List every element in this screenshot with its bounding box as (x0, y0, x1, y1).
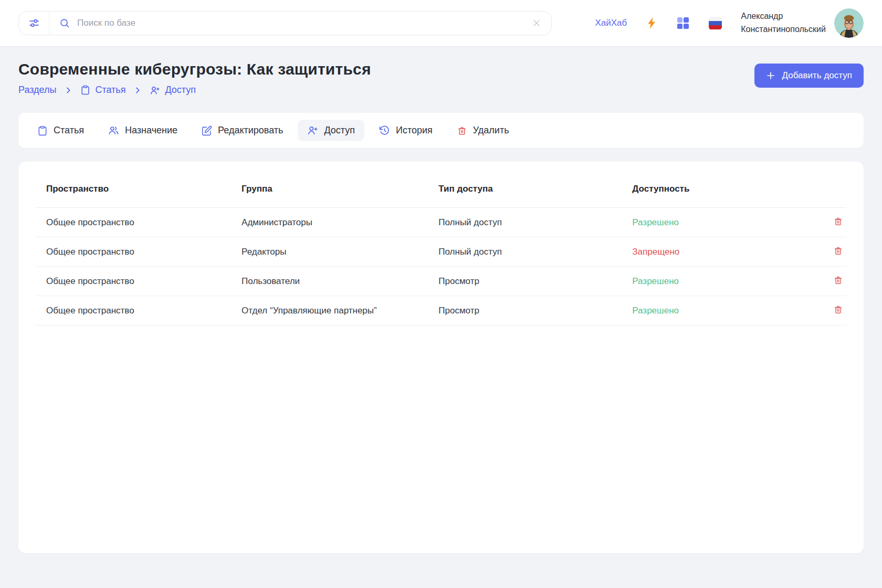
col-group: Группа (231, 177, 428, 208)
cell-access-type: Полный доступ (428, 237, 622, 267)
cell-space: Общее пространство (36, 237, 231, 267)
bolt-icon (646, 16, 657, 30)
history-icon (379, 125, 390, 136)
bolt-button[interactable] (646, 16, 657, 30)
filter-button[interactable] (19, 12, 49, 35)
tab-history[interactable]: История (370, 120, 442, 141)
table-row: Общее пространство Пользователи Просмотр… (36, 267, 846, 296)
topbar-actions: ХайХаб Александр Кон (595, 8, 864, 38)
tab-delete[interactable]: Удалить (447, 120, 519, 141)
brand-link[interactable]: ХайХаб (595, 18, 627, 28)
table-header-row: Пространство Группа Тип доступа Доступно… (36, 177, 846, 208)
chevron-right-icon (64, 86, 72, 94)
chevron-right-icon (133, 86, 142, 94)
delete-row-button[interactable] (833, 246, 843, 256)
delete-row-button[interactable] (833, 304, 843, 314)
edit-icon (202, 125, 212, 136)
clipboard-icon (80, 85, 90, 95)
page-header: Современные киберугрозы: Как защититься … (18, 60, 864, 96)
col-access-type: Тип доступа (428, 177, 622, 208)
cell-group: Администраторы (231, 208, 428, 237)
cell-group: Пользователи (231, 267, 428, 296)
cell-access-type: Полный доступ (428, 208, 622, 237)
cell-space: Общее пространство (36, 296, 231, 326)
page-content: Современные киберугрозы: Как защититься … (0, 60, 882, 553)
trash-icon (457, 125, 467, 136)
user-menu[interactable]: Александр Константинопольский (741, 8, 864, 38)
avatar[interactable] (834, 8, 864, 38)
cell-space: Общее пространство (36, 267, 231, 296)
table-row: Общее пространство Редакторы Полный дост… (36, 237, 846, 267)
language-flag-button[interactable] (709, 17, 722, 30)
access-table-card: Пространство Группа Тип доступа Доступно… (18, 162, 864, 553)
search-icon (59, 17, 70, 29)
breadcrumb-sections[interactable]: Разделы (18, 85, 56, 96)
tab-article[interactable]: Статья (28, 120, 93, 141)
cell-group: Отдел “Управляющие партнеры” (231, 296, 428, 326)
table-row: Общее пространство Отдел “Управляющие па… (36, 296, 846, 326)
add-access-button[interactable]: Добавить доступ (754, 64, 864, 88)
breadcrumb-article[interactable]: Статья (80, 85, 125, 96)
tab-assignment[interactable]: Назначение (99, 120, 187, 141)
status-badge: Запрещено (622, 237, 817, 267)
col-actions (817, 177, 846, 208)
status-badge: Разрешено (622, 208, 817, 237)
search-input[interactable] (77, 18, 524, 28)
table-row: Общее пространство Администраторы Полный… (36, 208, 846, 237)
status-badge: Разрешено (622, 296, 817, 326)
topbar: ХайХаб Александр Кон (0, 0, 882, 46)
search-field-wrap (49, 17, 551, 29)
users-icon (108, 125, 119, 136)
apps-grid-button[interactable] (676, 16, 690, 30)
filter-icon (28, 17, 40, 29)
tab-bar: Статья Назначение Редактировать (18, 113, 864, 148)
cell-group: Редакторы (231, 237, 428, 267)
cell-access-type: Просмотр (428, 267, 622, 296)
search-box (18, 11, 552, 35)
clear-search-button[interactable] (531, 18, 542, 28)
breadcrumb-access[interactable]: Доступ (150, 85, 196, 96)
person-add-icon (150, 85, 160, 96)
plus-icon (766, 71, 775, 80)
delete-row-button[interactable] (833, 275, 843, 285)
tab-access[interactable]: Доступ (298, 120, 364, 141)
cell-access-type: Просмотр (428, 296, 622, 326)
person-add-icon (307, 125, 318, 136)
clipboard-icon (37, 125, 48, 136)
page-title: Современные киберугрозы: Как защититься (18, 60, 371, 78)
breadcrumb: Разделы Статья (18, 85, 371, 96)
delete-row-button[interactable] (833, 216, 843, 226)
status-badge: Разрешено (622, 267, 817, 296)
access-table: Пространство Группа Тип доступа Доступно… (36, 177, 846, 326)
apps-grid-icon (676, 16, 690, 30)
col-availability: Доступность (622, 177, 817, 208)
cell-space: Общее пространство (36, 208, 231, 237)
tab-edit[interactable]: Редактировать (192, 120, 292, 141)
user-name: Александр Константинопольский (741, 10, 826, 36)
flag-ru-icon (709, 17, 722, 30)
col-space: Пространство (36, 177, 231, 208)
